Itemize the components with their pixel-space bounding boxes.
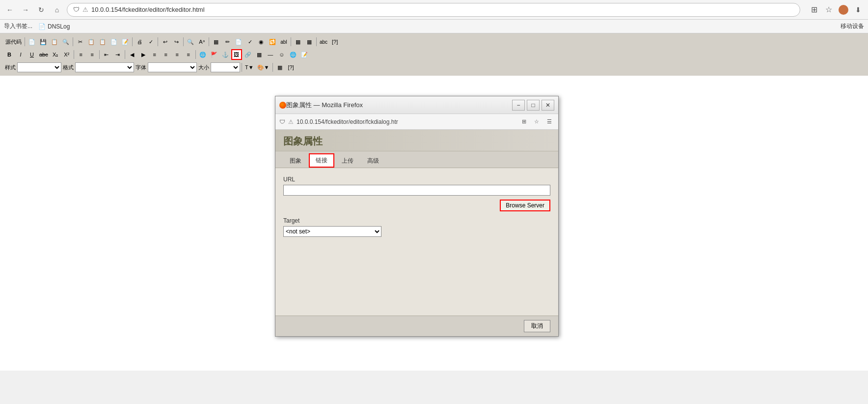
dialog-window: 图象属性 — Mozilla Firefox − □ ✕ 🛡 ⚠ 10.0.0.… — [275, 96, 559, 337]
url-input[interactable] — [283, 185, 550, 196]
tab-advanced[interactable]: 高级 — [361, 153, 385, 168]
dialog-shield-icon: 🛡 — [279, 118, 285, 125]
dialog-menu-icon[interactable]: ☰ — [544, 117, 554, 127]
target-row: Target <not set> _blank _self _top — [283, 217, 550, 237]
minimize-button[interactable]: − — [512, 100, 525, 111]
target-label: Target — [283, 217, 550, 224]
url-row: URL — [283, 176, 550, 196]
dialog-body: URL Browse Server Target <not set> _blan… — [275, 168, 558, 316]
firefox-logo-icon — [279, 102, 286, 109]
maximize-button[interactable]: □ — [527, 100, 540, 111]
dialog-footer: 取消 — [275, 316, 558, 336]
dialog-addressbar: 🛡 ⚠ 10.0.0.154/fckeditor/editor/fckdialo… — [275, 114, 558, 130]
dialog-star-icon[interactable]: ☆ — [532, 117, 542, 127]
tab-image[interactable]: 图象 — [283, 153, 308, 168]
dialog-controls: − □ ✕ — [512, 100, 554, 111]
dialog-title: 图象属性 — Mozilla Firefox — [286, 101, 512, 110]
modal-overlay: 图象属性 — Mozilla Firefox − □ ✕ 🛡 ⚠ 10.0.0.… — [0, 0, 868, 404]
url-input-row — [283, 185, 550, 196]
tab-link[interactable]: 链接 — [309, 153, 334, 168]
cancel-button[interactable]: 取消 — [524, 320, 550, 332]
dialog-tabs: 图象 链接 上传 高级 — [275, 151, 558, 168]
dialog-main-title: 图象属性 — [283, 136, 323, 146]
dialog-address-url: 10.0.0.154/fckeditor/editor/fckdialog.ht… — [297, 118, 516, 125]
dialog-header: 图象属性 — [275, 130, 558, 151]
dialog-titlebar: 图象属性 — Mozilla Firefox − □ ✕ — [275, 96, 558, 114]
url-label: URL — [283, 176, 550, 183]
browse-server-row: Browse Server — [283, 200, 550, 211]
dialog-content: 图象属性 图象 链接 上传 高级 URL B — [275, 130, 558, 336]
dialog-extensions-icon[interactable]: ⊞ — [519, 117, 529, 127]
target-select[interactable]: <not set> _blank _self _top — [283, 226, 381, 237]
tab-upload[interactable]: 上传 — [335, 153, 360, 168]
close-button[interactable]: ✕ — [542, 100, 554, 111]
browse-server-button[interactable]: Browse Server — [500, 200, 550, 211]
dialog-warning-icon: ⚠ — [288, 118, 294, 125]
